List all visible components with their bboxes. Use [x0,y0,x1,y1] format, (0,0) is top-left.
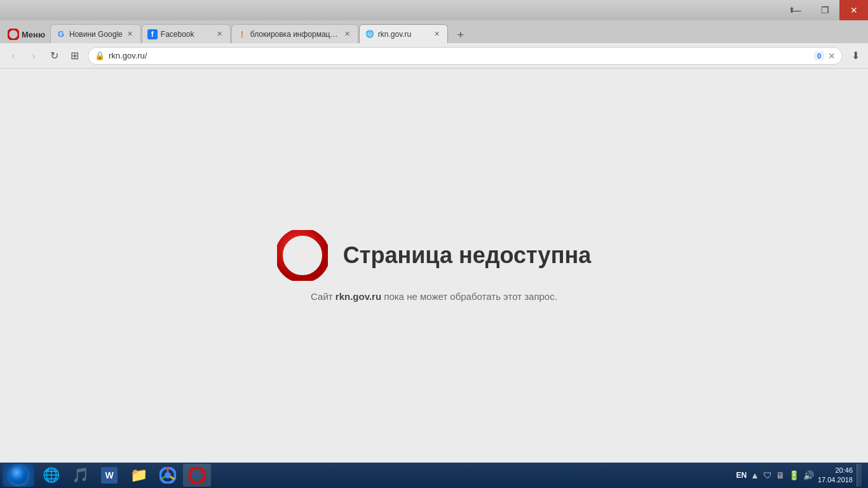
tabs-view-button[interactable]: ⊞ [65,46,84,65]
taskbar-clock: 20:46 17.04.2018 [818,466,853,485]
tab-icon-google-news: G [56,29,66,39]
taskbar-item-opera[interactable] [183,464,211,487]
taskbar-time-text: 20:46 [818,466,853,475]
error-subtitle-prefix: Сайт [311,291,336,302]
tab-close-block-info[interactable]: ✕ [342,29,353,39]
close-button[interactable]: ✕ [839,0,868,20]
maximize-button[interactable]: ❐ [811,0,839,20]
error-subtitle-suffix: пока не может обработать этот запрос. [381,291,557,302]
taskbar-right: EN ▲ 🛡 🖥 🔋 🔊 20:46 17.04.2018 [736,464,865,487]
tab-label-block-info: блокировка информаци... [250,30,340,39]
word-icon: W [101,467,118,484]
taskbar-item-word[interactable]: W [95,464,123,487]
new-tab-button[interactable]: + [451,27,470,43]
taskbar-item-chrome[interactable] [154,464,182,487]
show-desktop-button[interactable] [857,464,862,487]
forward-button[interactable]: › [24,46,43,65]
tab-label-facebook: Facebook [161,30,212,39]
battery-tray-icon: 🔋 [789,470,799,480]
download-button[interactable]: ⬇ [846,47,864,65]
taskbar-item-explorer[interactable]: 📁 [125,464,153,487]
chrome-icon [159,466,177,484]
svg-point-3 [165,472,171,478]
taskbar: 🌐 🎵 W 📁 [0,463,868,488]
tab-icon-rkn: 🌐 [365,29,375,39]
error-top: Страница недоступна [277,230,591,281]
taskbar-date-text: 17.04.2018 [818,475,853,485]
notify-icon: ⬆ [785,4,798,17]
language-indicator: EN [736,471,747,480]
ie-icon: 🌐 [42,466,60,484]
address-lock-icon: 🔒 [95,51,105,60]
taskbar-item-ie[interactable]: 🌐 [37,464,65,487]
start-button[interactable] [3,464,34,487]
titlebar: ⬆ — ❐ ✕ [0,0,868,20]
reload-button[interactable]: ↻ [44,46,64,65]
svg-point-1 [279,232,326,279]
tab-google-news[interactable]: G Новини Google ✕ [50,24,141,43]
toolbar: ‹ › ↻ ⊞ 🔒 rkn.gov.ru/ 0 ✕ ⬇ [0,43,868,69]
tab-close-google-news[interactable]: ✕ [125,29,135,39]
address-badge: 0 [814,51,824,60]
media-player-icon: 🎵 [71,466,89,484]
address-text: rkn.gov.ru/ [109,51,810,60]
svg-point-4 [189,468,205,483]
tab-rkn[interactable]: 🌐 rkn.gov.ru ✕ [359,24,448,43]
tab-block-info[interactable]: ! блокировка информаци... ✕ [231,24,358,43]
error-subtitle: Сайт rkn.gov.ru пока не может обработать… [311,291,557,302]
tabbar: Меню G Новини Google ✕ f Facebook ✕ ! бл… [0,20,868,43]
tab-close-rkn[interactable]: ✕ [432,29,442,39]
error-container: Страница недоступна Сайт rkn.gov.ru пока… [277,230,591,302]
error-site: rkn.gov.ru [336,291,381,302]
antivirus-tray-icon: 🛡 [763,470,772,480]
tab-icon-block-info: ! [237,29,247,39]
menu-label: Меню [22,30,45,39]
svg-point-0 [8,29,19,40]
address-bar[interactable]: 🔒 rkn.gov.ru/ 0 ✕ [88,47,843,65]
page-content: Страница недоступна Сайт rkn.gov.ru пока… [0,69,868,463]
tab-icon-facebook: f [147,29,158,39]
error-title: Страница недоступна [343,242,591,269]
tray-expand-icon[interactable]: ▲ [750,470,759,480]
opera-taskbar-icon [188,466,206,484]
volume-tray-icon: 🔊 [803,470,814,480]
opera-logo-large-icon [277,230,328,281]
explorer-icon: 📁 [130,466,147,484]
tab-label-google-news: Новини Google [69,30,123,39]
start-orb-icon [10,466,27,484]
tab-close-facebook[interactable]: ✕ [215,29,225,39]
opera-menu-button[interactable]: Меню [3,25,50,43]
network-tray-icon: 🖥 [776,470,785,480]
taskbar-item-media[interactable]: 🎵 [66,464,94,487]
taskbar-items: 🌐 🎵 W 📁 [37,464,736,487]
tab-label-rkn: rkn.gov.ru [378,30,430,39]
tab-facebook[interactable]: f Facebook ✕ [142,24,231,43]
back-button[interactable]: ‹ [4,46,23,65]
address-clear-icon[interactable]: ✕ [828,51,836,61]
opera-logo-icon [8,29,19,40]
